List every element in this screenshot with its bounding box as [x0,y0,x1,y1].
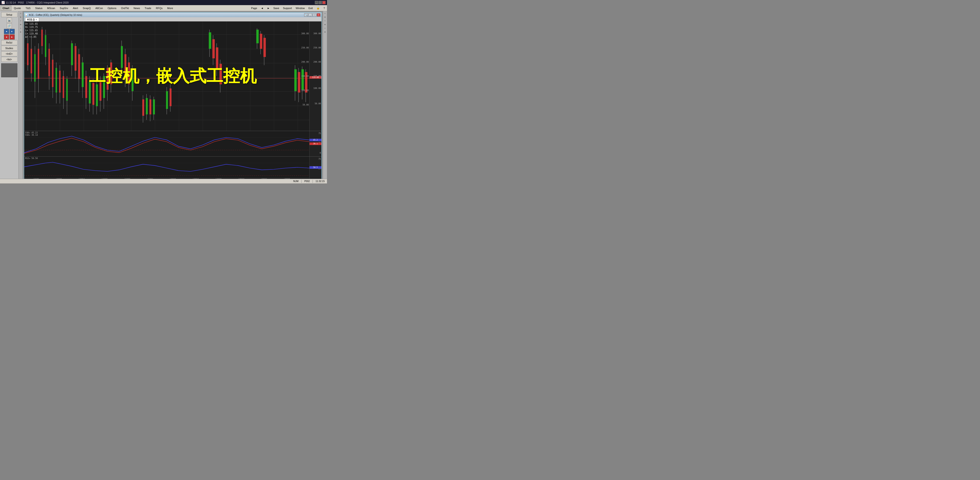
menu-page[interactable]: Page [250,6,259,11]
menu-ts[interactable]: T&S [24,6,33,11]
chart-close-button[interactable]: × [317,13,320,16]
svg-rect-63 [153,99,155,114]
menu-more[interactable]: More [165,6,175,11]
sidebar-icon-row-1: ◄ ► [4,29,15,34]
menu-prev[interactable]: ◄ [259,6,265,11]
svg-rect-19 [59,71,60,93]
svg-rect-67 [170,89,172,106]
title-bar: 📈 11:32:14 P002 174856 - CQG Integrated … [0,0,327,5]
nav-dot-1 [20,16,21,18]
menu-support[interactable]: Support [281,6,294,11]
svg-rect-45 [107,68,108,90]
menu-alert[interactable]: Alert [71,6,80,11]
rescl-button[interactable]: ReScl [1,40,18,45]
sidebar-red-right-icon[interactable]: ► [10,35,15,40]
menu-quote[interactable]: Quote [12,6,23,11]
setup-button[interactable]: Setup [1,12,18,17]
svg-rect-37 [92,83,94,105]
stoch-75: 75 [318,132,321,135]
nav-cross-mid[interactable]: + [20,19,21,22]
studies-button[interactable]: Studies [1,46,18,51]
minimize-button[interactable]: _ [315,1,318,4]
svg-rect-81 [263,38,266,57]
main-price-panel[interactable]: O= 115.65 H= 119.75 L= 115.65 C= 119.40 … [24,21,321,131]
menu-exit[interactable]: Exit [307,6,314,11]
svg-rect-15 [52,60,53,87]
svg-rect-65 [166,91,168,109]
svg-rect-5 [34,54,36,82]
chart-title-text: KCE - Coffee (ICE), Quarterly (Delayed b… [28,14,304,16]
chart-window: 📊 KCE - Coffee (ICE), Quarterly (Delayed… [24,12,322,183]
rsi-panel: RSI= 50.50 [24,156,321,182]
svg-rect-75 [220,64,222,84]
menu-ordtkt[interactable]: OrdTkt [119,6,131,11]
svg-rect-71 [212,39,215,58]
menu-trade[interactable]: Trade [143,6,153,11]
menu-status[interactable]: Status [33,6,45,11]
chart-content-area: O= 115.65 H= 119.75 L= 115.65 C= 119.40 … [24,21,321,182]
menu-snapq[interactable]: SnapQ [81,6,93,11]
svg-rect-23 [66,79,68,101]
svg-rect-41 [99,82,101,101]
svg-rect-33 [85,76,87,98]
chart-min-button[interactable]: _ [309,13,312,16]
svg-rect-31 [82,62,84,87]
menu-bar: Chart Quote T&S Status MScan SupSrv Aler… [0,5,327,11]
title-bar-icon: 📈 [2,1,5,4]
intd-button[interactable]: <IntD> [1,51,18,56]
nav-cross-bot[interactable]: + [20,27,21,30]
stoch-scale: 75 25 0 45.2 36.1 [309,131,321,156]
svg-rect-25 [71,43,73,65]
menu-allcon[interactable]: AllCon [93,6,105,11]
chart-tab-kceq[interactable]: KCE.Q × [25,18,39,21]
chart-restore-button[interactable]: □ [313,13,316,16]
menu-window[interactable]: Window [294,6,306,11]
menu-options[interactable]: Options [105,6,119,11]
svg-rect-29 [78,54,80,79]
list-button[interactable]: <list> [1,57,18,62]
sidebar-expand-icon[interactable]: ◄ [4,29,9,34]
close-button[interactable]: × [322,1,326,4]
sidebar-collapse-icon[interactable]: ► [10,29,15,34]
right-nav-cross-1[interactable]: + [325,12,326,15]
status-sep-1 [301,180,302,183]
right-nav-cross-3[interactable]: + [325,27,326,30]
sidebar-icon-row-2: ◄ ► [4,35,15,40]
print-icon[interactable]: 🖨️ [7,18,12,23]
menu-lock[interactable]: 🔒 [315,6,321,11]
menu-rfqs[interactable]: RFQs [154,6,165,11]
menu-save[interactable]: Save [272,6,281,11]
candle-chart-svg [24,21,309,131]
price-label-100: 100.00 [301,89,309,92]
time-status: 11:32:15 [315,180,326,183]
stoch-0: 0 [320,152,321,154]
menu-help[interactable]: ? [322,6,326,11]
svg-rect-21 [63,76,64,98]
menu-mscan[interactable]: MScan [45,6,57,11]
maximize-button[interactable]: □ [318,1,322,4]
svg-rect-87 [301,69,304,90]
right-nav-cross-2[interactable]: + [325,19,326,22]
svg-rect-47 [110,62,112,84]
menu-news[interactable]: News [131,6,142,11]
ssd-badge: 36.1 [310,143,321,145]
menu-next[interactable]: ► [266,6,271,11]
svg-rect-39 [96,84,98,106]
svg-rect-83 [294,69,297,91]
chart-search-button[interactable]: 🔍 [304,13,308,16]
chart-tabs: KCE.Q × [24,17,321,21]
menu-chart[interactable]: Chart [0,6,11,11]
chart-tab-close[interactable]: × [36,18,37,21]
nav-cross-top[interactable]: + [20,12,21,15]
svg-rect-3 [31,49,32,73]
close-label: C= 119.40 [25,32,38,35]
left-nav-column: + + + [19,11,23,183]
link-icon[interactable]: 🔗 [7,23,12,29]
svg-rect-69 [209,32,211,49]
price-label-200: 200.00 [301,61,309,63]
sidebar-red-left-icon[interactable]: ◄ [4,35,9,40]
menu-supsrv[interactable]: SupSrv [58,6,70,11]
svg-rect-61 [150,99,151,114]
delta-label: Δ= +3.85 [25,35,38,39]
svg-rect-9 [41,30,43,46]
